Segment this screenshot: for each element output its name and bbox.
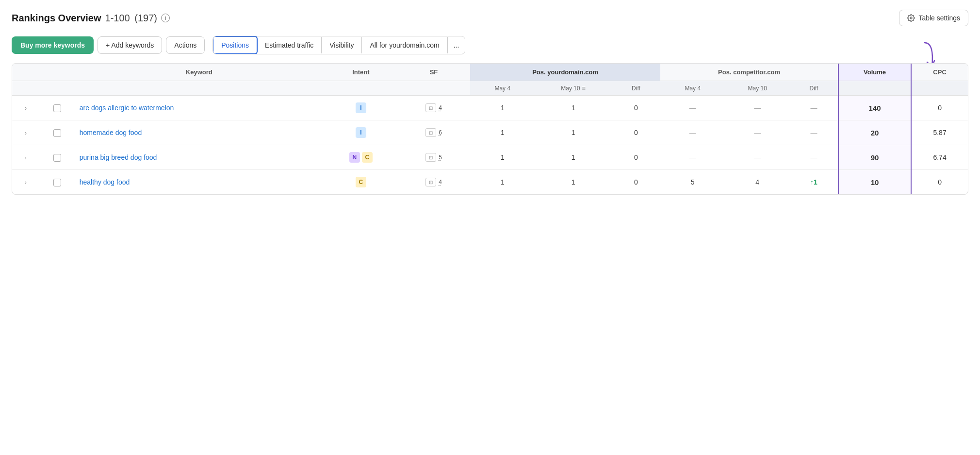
range-text: 1-100 (197) [105,13,157,24]
header-row: Rankings Overview 1-100 (197) i Table se… [12,10,968,26]
volume-cell: 90 [838,145,911,170]
table-row: › homemade dog food I ⊡ 6 [12,120,968,145]
cpc-cell: 6.74 [911,145,968,170]
sf-cell: ⊡ 6 [397,120,470,145]
intent-cell: C [325,170,397,195]
subhead-diff-yd[interactable]: Diff [612,81,660,96]
pos-may4-cell: 1 [470,145,535,170]
intent-cell: I [325,120,397,145]
badge-info: I [356,127,366,138]
col-keyword-header[interactable]: Keyword [74,64,325,81]
pos-may10-cell: 1 [535,120,612,145]
sf-image-icon: ⊡ [425,128,436,137]
diff-cell: 0 [612,170,660,195]
pos-may4-cell: 1 [470,96,535,120]
expand-cell[interactable]: › [12,120,41,145]
sf-cell: ⊡ 5 [397,145,470,170]
expand-cell[interactable]: › [12,170,41,195]
badge-nav: N [349,152,360,163]
comp-may4-cell: — [660,120,725,145]
expand-arrow-icon[interactable]: › [25,130,27,136]
col-sf-header[interactable]: SF [397,64,470,81]
table-settings-button[interactable]: Table settings [899,10,968,26]
subhead-may4-comp[interactable]: May 4 [660,81,725,96]
col-intent-header[interactable]: Intent [325,64,397,81]
tab-visibility[interactable]: Visibility [322,37,362,53]
tab-positions[interactable]: Positions [212,36,258,54]
gear-icon [907,14,915,22]
row-checkbox[interactable] [53,179,61,186]
expand-arrow-icon[interactable]: › [25,154,27,161]
diff-cell: 0 [612,145,660,170]
subhead-may10-comp[interactable]: May 10 [725,81,789,96]
expand-cell[interactable]: › [12,96,41,120]
expand-arrow-icon[interactable]: › [25,179,27,186]
row-checkbox[interactable] [53,104,61,112]
info-icon[interactable]: i [161,14,170,22]
volume-cell: 20 [838,120,911,145]
col-cpc-header[interactable]: CPC [911,64,968,81]
intent-cell: I [325,96,397,120]
checkbox-cell[interactable] [41,145,74,170]
subhead-may10-yd[interactable]: May 10 ≡ [535,81,612,96]
sf-number: 6 [439,129,442,136]
add-keywords-button[interactable]: + Add keywords [98,36,162,54]
intent-cell: N C [325,145,397,170]
comp-may4-cell: — [660,145,725,170]
title-text: Rankings Overview [12,13,101,24]
col-pos-competitor-header: Pos. competitor.com [660,64,838,81]
keyword-cell[interactable]: healthy dog food [74,170,325,195]
badge-info: I [356,102,366,113]
pos-may10-cell: 1 [535,170,612,195]
sf-image-icon: ⊡ [425,153,436,162]
subhead-diff-comp[interactable]: Diff [790,81,838,96]
expand-arrow-icon[interactable]: › [25,105,27,112]
header-row-top: Keyword Intent SF Pos. yourdomain.com Po… [12,64,968,81]
comp-diff-cell: ↑1 [790,170,838,195]
actions-button[interactable]: Actions [166,36,205,54]
pos-may4-cell: 1 [470,120,535,145]
cpc-cell: 0 [911,170,968,195]
rankings-table-wrapper: Keyword Intent SF Pos. yourdomain.com Po… [12,63,968,195]
diff-cell: 0 [612,96,660,120]
expand-cell[interactable]: › [12,145,41,170]
header-row-sub: May 4 May 10 ≡ Diff May 4 [12,81,968,96]
comp-may10-cell: 4 [725,170,789,195]
sf-cell: ⊡ 4 [397,96,470,120]
comp-may10-cell: — [725,120,789,145]
keyword-cell[interactable]: homemade dog food [74,120,325,145]
sort-icon-may10: ≡ [582,84,586,92]
volume-cell: 10 [838,170,911,195]
badge-comm: C [362,152,373,163]
diff-cell: 0 [612,120,660,145]
row-checkbox[interactable] [53,129,61,137]
sf-number: 5 [439,154,442,161]
subhead-may4-yd[interactable]: May 4 [470,81,535,96]
row-checkbox[interactable] [53,154,61,162]
table-row: › healthy dog food C ⊡ 4 [12,170,968,195]
tab-more[interactable]: ... [448,37,465,53]
table-row: › are dogs allergic to watermelon I ⊡ [12,96,968,120]
svg-point-0 [910,17,912,19]
comp-may4-cell: — [660,96,725,120]
pos-may10-cell: 1 [535,96,612,120]
cpc-cell: 5.87 [911,120,968,145]
buy-more-keywords-button[interactable]: Buy more keywords [12,36,94,54]
checkbox-cell[interactable] [41,170,74,195]
comp-diff-cell: — [790,120,838,145]
table-settings-label: Table settings [918,14,960,22]
comp-diff-cell: — [790,145,838,170]
view-tabs: Positions Estimated traffic Visibility A… [212,36,465,54]
volume-cell: 140 [838,96,911,120]
col-volume-header[interactable]: Volume [838,64,911,81]
checkbox-cell[interactable] [41,96,74,120]
sf-image-icon: ⊡ [425,178,436,186]
tab-estimated-traffic[interactable]: Estimated traffic [257,37,322,53]
checkbox-cell[interactable] [41,120,74,145]
keyword-cell[interactable]: are dogs allergic to watermelon [74,96,325,120]
tab-all-yourdomain[interactable]: All for yourdomain.com [362,37,447,53]
comp-may4-cell: 5 [660,170,725,195]
keyword-cell[interactable]: purina big breed dog food [74,145,325,170]
sf-image-icon: ⊡ [425,103,436,112]
sf-number: 4 [439,179,442,185]
